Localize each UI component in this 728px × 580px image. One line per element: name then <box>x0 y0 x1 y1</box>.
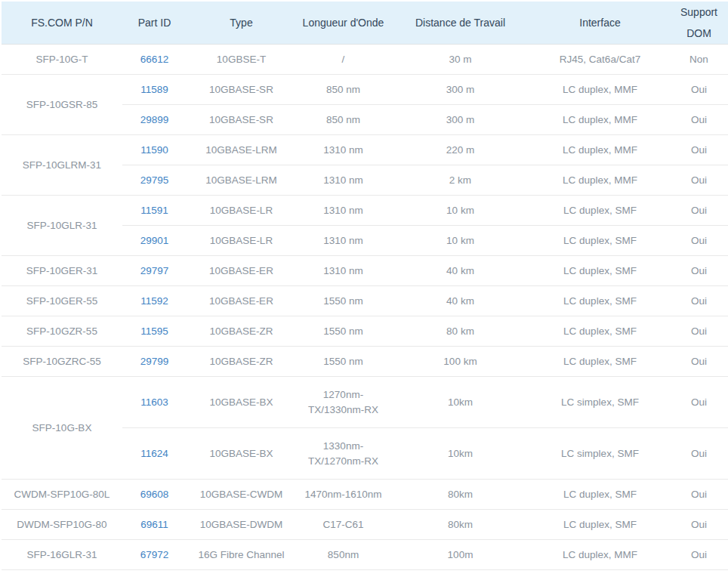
part-id-cell: 11624 <box>122 428 187 480</box>
wavelength-cell: 1550 nm <box>296 286 390 316</box>
distance-cell: 80km <box>390 510 530 540</box>
part-id-link[interactable]: 11624 <box>140 448 168 459</box>
dom-support-cell: Oui <box>670 428 728 480</box>
product-pn-cell: SFP-10GLRM-31 <box>2 135 122 196</box>
wavelength-cell: 1470nm-1610nm <box>296 480 390 510</box>
part-id-link[interactable]: 29901 <box>140 235 169 246</box>
part-id-link[interactable]: 29797 <box>140 265 169 276</box>
dom-support-cell: Oui <box>670 105 728 135</box>
table-row: CWDM-SFP10G-80L6960810GBASE-CWDM1470nm-1… <box>2 480 728 510</box>
type-cell: 10GBASE-CWDM <box>187 480 296 510</box>
wavelength-cell: / <box>296 45 390 75</box>
part-id-link[interactable]: 29899 <box>140 114 169 125</box>
distance-cell: 220 m <box>390 135 530 165</box>
wavelength-cell: 1310 nm <box>296 226 390 256</box>
product-pn-cell: SFP-10GZR-55 <box>2 316 122 347</box>
wavelength-cell: 1550 nm <box>296 316 390 347</box>
interface-cell: LC duplex, MMF <box>530 105 670 135</box>
part-id-link[interactable]: 29799 <box>140 356 169 367</box>
type-cell: 16G Fibre Channel <box>187 540 296 570</box>
wavelength-cell: 1310 nm <box>296 256 390 286</box>
table-row: DWDM-SFP10G-806961110GBASE-DWDMC17-C6180… <box>2 510 728 540</box>
interface-cell: LC simplex, SMF <box>530 428 670 480</box>
col-header-part-id: Part ID <box>122 2 187 45</box>
product-pn-cell: SFP-16GLR-31 <box>2 540 122 570</box>
distance-cell: 10km <box>390 428 530 480</box>
part-id-link[interactable]: 69608 <box>140 489 169 500</box>
type-cell: 10GBASE-SR <box>187 105 296 135</box>
table-row: SFP-10GZRC-552979910GBASE-ZR1550 nm100 k… <box>2 347 728 377</box>
part-id-cell: 69611 <box>122 510 187 540</box>
type-cell: 10GBASE-SR <box>187 75 296 105</box>
dom-support-cell: Oui <box>670 316 728 347</box>
distance-cell: 10 km <box>390 226 530 256</box>
table-header: FS.COM P/N Part ID Type Longueur d'Onde … <box>2 2 728 45</box>
dom-support-cell: Oui <box>670 75 728 105</box>
table-row: SFP-10GER-551159210GBASE-ER1550 nm40 kmL… <box>2 286 728 316</box>
table-row: SFP-10GSR-851158910GBASE-SR850 nm300 mLC… <box>2 75 728 105</box>
distance-cell: 10km <box>390 377 530 428</box>
dom-support-cell: Oui <box>670 347 728 377</box>
interface-cell: LC duplex, SMF <box>530 347 670 377</box>
part-id-link[interactable]: 11590 <box>140 144 168 156</box>
interface-cell: LC duplex, SMF <box>530 286 670 316</box>
distance-cell: 10 km <box>390 196 530 226</box>
distance-cell: 30 m <box>390 45 530 75</box>
dom-support-cell: Oui <box>670 377 728 428</box>
part-id-link[interactable]: 29795 <box>140 174 169 186</box>
part-id-link[interactable]: 66612 <box>140 54 169 65</box>
part-id-link[interactable]: 11591 <box>140 205 168 216</box>
table-row: SFP-10GLR-311159110GBASE-LR1310 nm10 kmL… <box>2 196 728 226</box>
part-id-link[interactable]: 11595 <box>140 325 168 337</box>
interface-cell: LC duplex, SMF <box>530 510 670 540</box>
wavelength-cell: 850nm <box>296 540 390 570</box>
transceiver-spec-table: FS.COM P/N Part ID Type Longueur d'Onde … <box>2 2 728 570</box>
part-id-link[interactable]: 67972 <box>140 549 169 560</box>
table-row: SFP-10G-BX1160310GBASE-BX1270nm-TX/1330n… <box>2 377 728 428</box>
type-cell: 10GBASE-DWDM <box>187 510 296 540</box>
table-row: SFP-10GZR-551159510GBASE-ZR1550 nm80 kmL… <box>2 316 728 347</box>
part-id-cell: 67972 <box>122 540 187 570</box>
dom-support-cell: Oui <box>670 540 728 570</box>
interface-cell: LC simplex, SMF <box>530 377 670 428</box>
dom-support-cell: Oui <box>670 480 728 510</box>
type-cell: 10GBASE-ZR <box>187 347 296 377</box>
dom-support-cell: Oui <box>670 256 728 286</box>
interface-cell: LC duplex, SMF <box>530 256 670 286</box>
part-id-link[interactable]: 11592 <box>140 295 168 307</box>
part-id-link[interactable]: 11589 <box>140 84 168 95</box>
part-id-link[interactable]: 11603 <box>140 396 168 408</box>
wavelength-cell: 850 nm <box>296 105 390 135</box>
col-header-type: Type <box>187 2 296 45</box>
wavelength-cell: 1310 nm <box>296 135 390 165</box>
product-pn-cell: SFP-10G-T <box>2 45 122 75</box>
wavelength-cell: 1330nm-TX/1270nm-RX <box>296 428 390 480</box>
part-id-cell: 11591 <box>122 196 187 226</box>
table-row: SFP-10GER-312979710GBASE-ER1310 nm40 kmL… <box>2 256 728 286</box>
type-cell: 10GBASE-BX <box>187 377 296 428</box>
distance-cell: 300 m <box>390 105 530 135</box>
distance-cell: 40 km <box>390 286 530 316</box>
table-row: SFP-16GLR-316797216G Fibre Channel850nm1… <box>2 540 728 570</box>
interface-cell: LC duplex, SMF <box>530 316 670 347</box>
part-id-cell: 11603 <box>122 377 187 428</box>
col-header-pn: FS.COM P/N <box>2 2 122 45</box>
part-id-cell: 11589 <box>122 75 187 105</box>
type-cell: 10GBASE-LR <box>187 226 296 256</box>
interface-cell: LC duplex, MMF <box>530 75 670 105</box>
type-cell: 10GBSE-T <box>187 45 296 75</box>
dom-support-cell: Oui <box>670 510 728 540</box>
dom-support-cell: Oui <box>670 165 728 196</box>
part-id-link[interactable]: 69611 <box>140 519 168 530</box>
part-id-cell: 69608 <box>122 480 187 510</box>
type-cell: 10GBASE-LRM <box>187 165 296 196</box>
product-pn-cell: SFP-10GLR-31 <box>2 196 122 256</box>
interface-cell: LC duplex, SMF <box>530 196 670 226</box>
product-pn-cell: SFP-10GZRC-55 <box>2 347 122 377</box>
col-header-wavelength: Longueur d'Onde <box>296 2 390 45</box>
dom-support-cell: Non <box>670 45 728 75</box>
interface-cell: LC duplex, SMF <box>530 226 670 256</box>
dom-support-cell: Oui <box>670 286 728 316</box>
interface-cell: LC duplex, MMF <box>530 165 670 196</box>
table-row: SFP-10G-T6661210GBSE-T/30 mRJ45, Cat6a/C… <box>2 45 728 75</box>
